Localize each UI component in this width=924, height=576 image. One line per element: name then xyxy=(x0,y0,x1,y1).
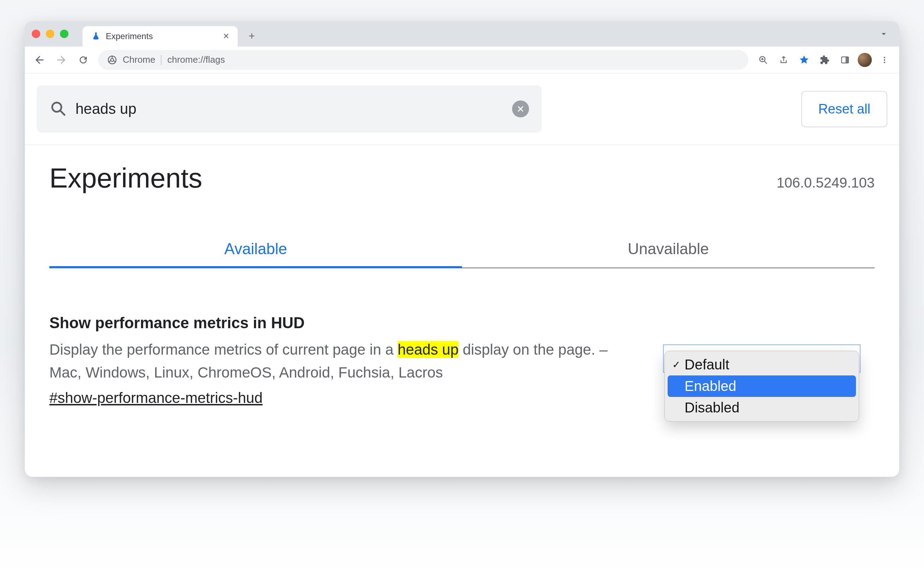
tab-strip: Experiments ✕ xyxy=(25,21,899,46)
experiment-tabs: Available Unavailable xyxy=(50,240,874,268)
chrome-icon xyxy=(107,55,117,65)
clear-search-button[interactable] xyxy=(512,101,529,117)
reset-all-button[interactable]: Reset all xyxy=(801,91,887,127)
tab-unavailable[interactable]: Unavailable xyxy=(462,240,874,268)
tab-available[interactable]: Available xyxy=(50,240,462,268)
share-button[interactable] xyxy=(774,50,794,70)
svg-line-4 xyxy=(765,61,767,64)
flag-desc-before: Display the performance metrics of curre… xyxy=(50,341,397,358)
svg-line-13 xyxy=(61,111,64,115)
flags-search-box[interactable] xyxy=(37,85,542,133)
macos-window-controls xyxy=(32,30,69,38)
flag-title: Show performance metrics in HUD xyxy=(50,314,642,332)
option-default[interactable]: ✓ Default xyxy=(668,354,856,375)
svg-point-9 xyxy=(884,57,885,58)
tab-search-button[interactable] xyxy=(879,29,889,40)
svg-point-10 xyxy=(884,59,885,61)
zoom-button[interactable] xyxy=(753,50,773,70)
option-enabled-label: Enabled xyxy=(685,378,737,394)
svg-point-12 xyxy=(52,102,61,112)
address-separator xyxy=(161,55,162,65)
svg-rect-0 xyxy=(95,32,97,33)
header-row: Experiments 106.0.5249.103 xyxy=(25,145,899,201)
extensions-button[interactable] xyxy=(815,50,834,70)
tab-close-icon[interactable]: ✕ xyxy=(223,32,229,40)
svg-rect-8 xyxy=(846,57,849,63)
toolbar: Chrome chrome://flags xyxy=(25,46,899,73)
toolbar-right xyxy=(753,50,894,70)
select-popup: ✓ Default Enabled Disabled xyxy=(665,351,859,422)
search-icon xyxy=(50,100,66,118)
svg-point-11 xyxy=(884,62,885,63)
reload-button[interactable] xyxy=(74,50,93,70)
flag-description: Display the performance metrics of curre… xyxy=(50,338,642,384)
option-disabled[interactable]: Disabled xyxy=(668,397,856,418)
sidepanel-button[interactable] xyxy=(835,50,855,70)
new-tab-button[interactable] xyxy=(243,27,261,45)
back-button[interactable] xyxy=(30,50,50,70)
page-title: Experiments xyxy=(50,162,202,194)
flag-text: Show performance metrics in HUD Display … xyxy=(50,314,642,406)
flag-desc-highlight: heads up xyxy=(397,341,458,358)
flag-select[interactable]: ✓ Default Enabled Disabled xyxy=(663,344,860,406)
window-zoom-button[interactable] xyxy=(60,30,69,38)
flag-row: Show performance metrics in HUD Display … xyxy=(25,268,899,477)
bookmark-button[interactable] xyxy=(794,50,814,70)
option-disabled-label: Disabled xyxy=(685,400,740,416)
flask-icon xyxy=(91,31,101,41)
option-enabled[interactable]: Enabled xyxy=(668,375,856,397)
address-bar[interactable]: Chrome chrome://flags xyxy=(98,50,748,70)
check-icon: ✓ xyxy=(671,359,681,371)
address-url: chrome://flags xyxy=(167,54,225,65)
menu-button[interactable] xyxy=(874,50,894,70)
window-minimize-button[interactable] xyxy=(46,30,54,38)
window-close-button[interactable] xyxy=(32,30,40,38)
browser-tab[interactable]: Experiments ✕ xyxy=(83,26,238,46)
address-prefix: Chrome xyxy=(123,54,155,65)
version-label: 106.0.5249.103 xyxy=(777,175,874,191)
flags-search-input[interactable] xyxy=(75,100,504,118)
profile-avatar[interactable] xyxy=(858,53,872,67)
flag-anchor-link[interactable]: #show-performance-metrics-hud xyxy=(50,389,263,406)
browser-window: Experiments ✕ Chrome chrome://flags xyxy=(25,21,899,477)
tab-title: Experiments xyxy=(106,31,218,41)
search-row: Reset all xyxy=(25,73,899,145)
forward-button[interactable] xyxy=(51,50,71,70)
svg-point-2 xyxy=(111,58,114,61)
flags-page: Reset all Experiments 106.0.5249.103 Ava… xyxy=(25,73,899,477)
option-default-label: Default xyxy=(685,357,729,373)
